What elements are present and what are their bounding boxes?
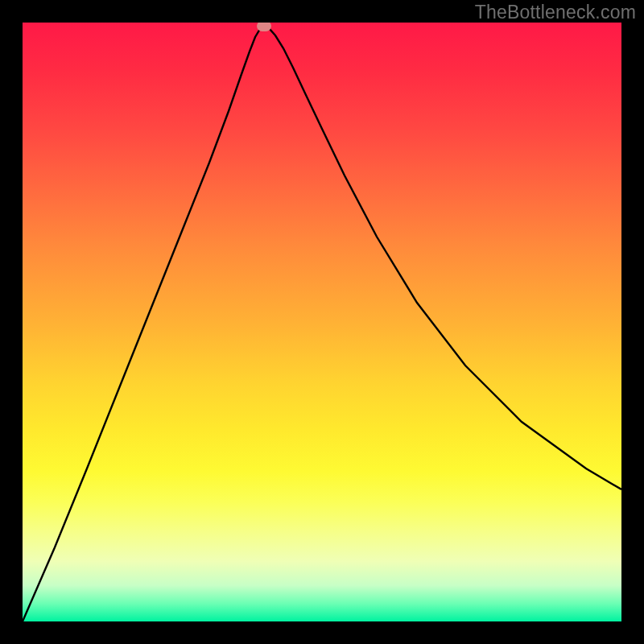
chart-frame: TheBottleneck.com <box>0 0 644 644</box>
plot-area <box>23 23 621 621</box>
bottleneck-curve <box>23 26 621 621</box>
curve-svg <box>23 23 621 621</box>
watermark-label: TheBottleneck.com <box>475 2 636 23</box>
minimum-marker <box>257 23 271 31</box>
